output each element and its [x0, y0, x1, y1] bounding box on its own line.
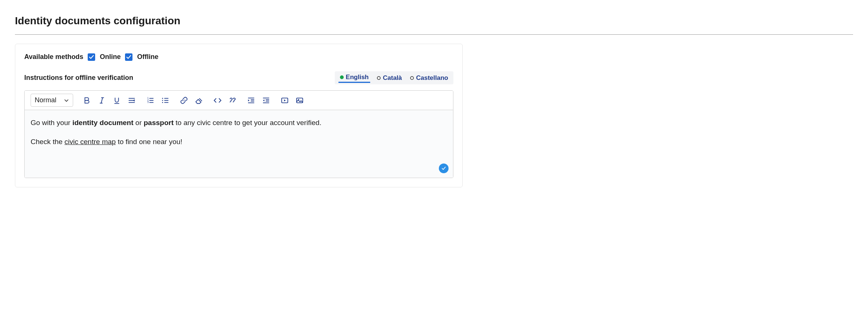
svg-line-2 — [101, 97, 103, 103]
outdent-icon — [262, 96, 270, 105]
link-icon — [180, 96, 188, 105]
editor-toolbar: Normal 123 — [25, 91, 453, 110]
editor-paragraph: Check the civic centre map to find one n… — [31, 137, 447, 147]
bold-button[interactable] — [82, 96, 92, 105]
svg-text:3: 3 — [147, 101, 149, 103]
check-icon — [441, 166, 446, 171]
bold-text: identity document — [72, 119, 134, 127]
tab-catala[interactable]: Català — [375, 74, 403, 82]
strikethrough-button[interactable] — [127, 96, 137, 105]
tab-label: Català — [383, 74, 402, 82]
chevron-down-icon — [64, 98, 69, 103]
eraser-icon — [195, 96, 203, 105]
tab-label: English — [346, 74, 369, 81]
instructions-label: Instructions for offline verification — [24, 74, 133, 82]
editor-paragraph: Go with your identity document or passpo… — [31, 118, 447, 128]
tab-label: Castellano — [416, 74, 448, 82]
editor-content[interactable]: Go with your identity document or passpo… — [25, 110, 453, 178]
image-icon — [296, 96, 304, 105]
italic-button[interactable] — [97, 96, 107, 105]
strikethrough-icon — [128, 96, 136, 105]
online-checkbox[interactable] — [88, 53, 95, 61]
indent-group — [246, 96, 271, 105]
unordered-list-icon — [161, 96, 169, 105]
config-card: Available methods Online Offline Instruc… — [15, 44, 463, 187]
page-title: Identity documents configuration — [15, 15, 853, 27]
status-dot-icon — [340, 75, 344, 79]
clean-button[interactable] — [194, 96, 204, 105]
svg-point-18 — [162, 102, 163, 103]
svg-point-17 — [162, 100, 163, 101]
text-span: to any civic centre to get your account … — [174, 119, 321, 127]
format-select[interactable]: Normal — [31, 94, 73, 107]
tab-english[interactable]: English — [338, 73, 370, 83]
indent-icon — [247, 96, 255, 105]
media-group — [280, 96, 305, 105]
text-span: or — [134, 119, 144, 127]
tab-castellano[interactable]: Castellano — [409, 74, 450, 82]
outdent-button[interactable] — [261, 96, 271, 105]
online-label: Online — [100, 53, 121, 61]
link-group — [179, 96, 204, 105]
image-button[interactable] — [295, 96, 305, 105]
available-methods-row: Available methods Online Offline — [24, 53, 453, 61]
ordered-list-button[interactable]: 123 — [146, 96, 155, 105]
svg-point-30 — [298, 99, 299, 100]
language-tabs: English Català Castellano — [335, 71, 453, 84]
instructions-header-row: Instructions for offline verification En… — [24, 71, 453, 84]
code-button[interactable] — [213, 96, 222, 105]
rich-text-editor: Normal 123 — [24, 90, 453, 178]
text-span: Check the — [31, 138, 65, 146]
code-quote-group — [213, 96, 237, 105]
italic-icon — [98, 96, 106, 105]
available-methods-label: Available methods — [24, 53, 83, 61]
text-span: to find one near you! — [116, 138, 182, 146]
check-icon — [126, 54, 131, 60]
underline-button[interactable] — [112, 96, 122, 105]
quote-icon — [228, 96, 237, 105]
svg-point-16 — [162, 98, 163, 99]
ordered-list-icon: 123 — [146, 96, 154, 105]
code-icon — [213, 96, 222, 105]
indent-button[interactable] — [246, 96, 256, 105]
text-format-group — [82, 96, 137, 105]
saved-indicator — [439, 164, 449, 173]
blockquote-button[interactable] — [228, 96, 237, 105]
divider — [15, 34, 853, 35]
underline-icon — [113, 96, 121, 105]
video-icon — [281, 96, 289, 105]
offline-checkbox[interactable] — [125, 53, 132, 61]
status-dot-icon — [410, 76, 414, 80]
unordered-list-button[interactable] — [160, 96, 170, 105]
status-dot-icon — [377, 76, 381, 80]
video-button[interactable] — [280, 96, 290, 105]
bold-text: passport — [144, 119, 174, 127]
link-text[interactable]: civic centre map — [65, 138, 116, 146]
text-span: Go with your — [31, 119, 72, 127]
format-select-value: Normal — [35, 96, 56, 104]
link-button[interactable] — [179, 96, 189, 105]
list-group: 123 — [146, 96, 170, 105]
bold-icon — [83, 96, 91, 105]
check-icon — [89, 54, 94, 60]
offline-label: Offline — [137, 53, 158, 61]
